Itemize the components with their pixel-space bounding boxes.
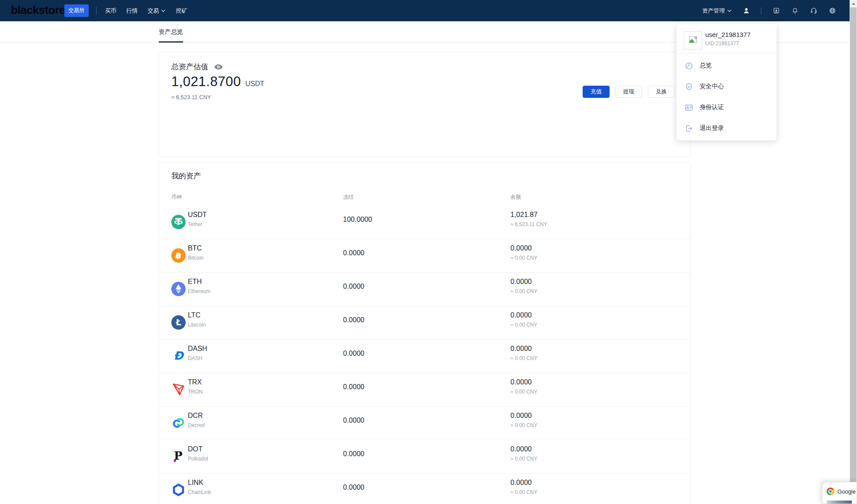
chrome-notification-popup[interactable]: Google C [822,482,857,504]
dot-icon: P [171,449,186,464]
vertical-scrollbar[interactable] [850,0,857,504]
svg-text:Đ: Đ [174,349,184,362]
user-uid: UID:21981377 [705,40,739,47]
nav-item-trade-label: 交易 [148,7,159,15]
coin-name: Polkadot [188,456,208,462]
globe-icon[interactable] [828,7,836,15]
frozen-amount: 0.0000 [343,383,364,391]
asset-row: DCR Decred 0.0000 0.0000 ≈ 0.00 CNY [159,407,690,440]
column-header-coin: 币种 [171,194,182,201]
eth-icon [171,282,186,296]
asset-management-menu[interactable]: 资产管理 [702,7,731,15]
ltc-icon: Ł [171,315,186,330]
total-assets-amount: 1,021.8700 USDT [171,74,264,90]
username: user_21981377 [705,31,750,38]
coin-symbol: TRX [188,378,202,386]
coin-name: DASH [188,355,202,361]
frozen-amount: 100.0000 [343,216,372,224]
tab-asset-overview[interactable]: 资产总览 [159,21,183,43]
dropdown-menu: 总览 安全中心 身份认证 退出登录 [677,55,777,139]
asset-management-label: 资产管理 [702,7,725,15]
convert-button[interactable]: 兑换 [648,86,675,98]
balance-amount: 1,021.87 [510,211,537,219]
nav-item-buy[interactable]: 买币 [105,7,117,15]
broken-image-icon [688,35,698,46]
menu-item-security-center[interactable]: 安全中心 [677,76,777,97]
scroll-up-arrow-icon [852,3,855,5]
brand-logo[interactable]: blackstore [11,3,65,17]
my-assets-title: 我的资产 [171,171,201,181]
coin-name: Ethereum [188,288,210,294]
frozen-amount: 0.0000 [343,350,364,357]
asset-row: P DOT Polkadot 0.0000 0.0000 ≈ 0.00 CNY [159,440,690,474]
nav-item-mining[interactable]: 挖矿 [176,7,187,15]
balance-fiat: ≈ 0.00 CNY [510,255,537,261]
total-assets-title: 总资产估值 [171,62,208,72]
coin-symbol: ETH [188,278,202,286]
user-icon[interactable] [742,7,750,15]
bell-icon[interactable] [791,7,799,15]
balance-amount: 0.0000 [510,445,532,453]
account-dropdown: user_21981377 UID:21981377 总览 安全中心 身份认证 … [677,24,777,140]
asset-row: TRX TRON 0.0000 0.0000 ≈ 0.00 CNY [159,373,690,407]
coin-name: Bitcoin [188,255,203,261]
main-nav: 交易所 买币 行情 交易 挖矿 [64,0,187,21]
balance-fiat: ≈ 0.00 CNY [510,456,537,462]
balance-fiat: ≈ 0.00 CNY [510,288,537,294]
balance-fiat: ≈ 0.00 CNY [510,355,537,361]
balance-fiat: ≈ 6,523.11 CNY [510,221,547,227]
balance-amount: 0.0000 [510,378,532,386]
withdraw-button[interactable]: 提现 [615,86,642,98]
scroll-up-button[interactable] [850,0,857,7]
menu-item-identity-verification[interactable]: 身份认证 [677,97,777,118]
balance-fiat: ≈ 0.00 CNY [510,489,537,495]
asset-row: Ł LTC Litecoin 0.0000 0.0000 ≈ 0.00 CNY [159,306,690,340]
amount-currency: USDT [245,80,264,88]
download-icon[interactable] [772,7,780,15]
balance-amount: 0.0000 [510,244,532,252]
headset-icon[interactable] [810,7,817,15]
amount-fiat-value: ≈ 6,523.11 CNY [171,94,211,100]
asset-row: USDT Tether 100.0000 1,021.87 ≈ 6,523.11… [159,206,690,239]
assets-table-body: USDT Tether 100.0000 1,021.87 ≈ 6,523.11… [159,206,690,504]
menu-item-label: 身份认证 [700,103,724,111]
coin-symbol: BTC [188,244,202,252]
total-assets-title-row: 总资产估值 [171,62,223,72]
dash-icon: Đ [171,349,186,363]
balance-amount: 0.0000 [510,479,532,487]
coin-name: Tether [188,221,202,227]
my-assets-card: 我的资产 币种 冻结 余额 USDT Tether 100.0000 1,021… [159,162,691,504]
menu-item-overview[interactable]: 总览 [677,55,777,76]
trx-icon [171,382,186,397]
coin-symbol: LTC [188,311,200,319]
balance-amount: 0.0000 [510,311,532,319]
asset-row: LINK ChainLink 0.0000 0.0000 ≈ 0.00 CNY [159,474,690,504]
coin-symbol: DOT [188,445,203,453]
eye-icon[interactable] [214,64,223,70]
frozen-amount: 0.0000 [343,417,364,424]
dropdown-divider [677,53,777,53]
balance-fiat: ≈ 0.00 CNY [510,389,537,395]
frozen-amount: 0.0000 [343,450,364,458]
coin-name: ChainLink [188,489,211,495]
scrollbar-thumb[interactable] [850,7,857,496]
usdt-icon [171,215,186,229]
deposit-button[interactable]: 充值 [583,86,610,98]
menu-item-logout[interactable]: 退出登录 [677,118,777,139]
nav-item-exchange[interactable]: 交易所 [64,4,89,17]
btc-icon: ฿ [171,248,186,263]
menu-item-label: 总览 [700,62,712,70]
chevron-down-icon [727,10,731,12]
link-icon [171,483,186,497]
navbar-right: 资产管理 [702,0,836,21]
frozen-amount: 0.0000 [343,316,364,324]
asset-row: ETH Ethereum 0.0000 0.0000 ≈ 0.00 CNY [159,273,690,306]
coin-name: TRON [188,389,203,395]
column-header-balance: 余额 [510,194,521,201]
asset-row: ฿ BTC Bitcoin 0.0000 0.0000 ≈ 0.00 CNY [159,239,690,273]
nav-item-trade[interactable]: 交易 [148,7,165,15]
asset-action-buttons: 充值 提现 兑换 [583,86,675,98]
identity-icon [684,103,694,112]
coin-symbol: DASH [188,345,207,353]
nav-item-markets[interactable]: 行情 [127,7,138,15]
